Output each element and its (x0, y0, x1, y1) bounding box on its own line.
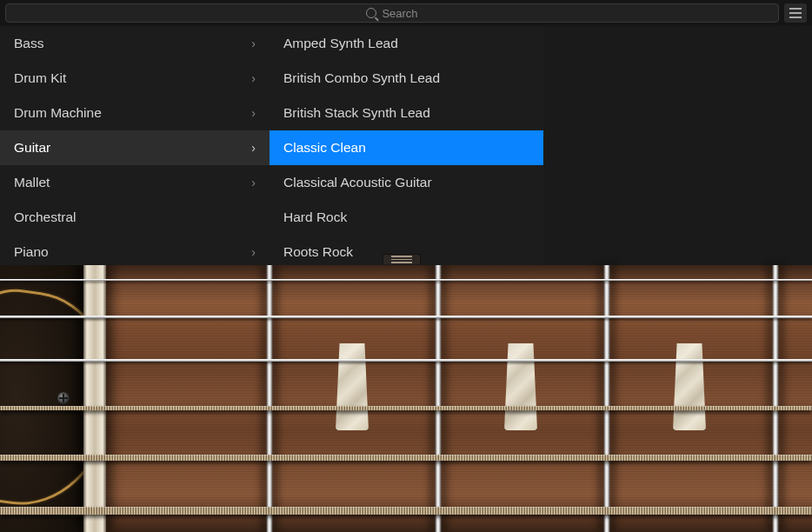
category-item-drum-kit[interactable]: Drum Kit › (0, 61, 270, 96)
fingerboard-wood (106, 265, 812, 532)
preset-label: Classical Acoustic Guitar (283, 175, 432, 190)
string-4-d[interactable] (0, 406, 812, 410)
search-placeholder: Search (382, 7, 417, 20)
fret (266, 265, 273, 532)
search-input[interactable]: Search (5, 3, 779, 23)
preset-item[interactable]: British Combo Synth Lead (270, 61, 543, 96)
fret-marker-7 (673, 343, 706, 430)
preset-item[interactable]: Hard Rock (270, 200, 543, 235)
category-column: Bass › Drum Kit › Drum Machine › Guitar … (0, 26, 270, 265)
chevron-right-icon: › (251, 176, 256, 190)
menu-button[interactable] (784, 3, 807, 23)
string-6-low-e[interactable] (0, 507, 812, 515)
category-item-mallet[interactable]: Mallet › (0, 165, 270, 200)
preset-label: British Combo Synth Lead (283, 70, 440, 86)
fret (603, 265, 610, 532)
category-item-orchestral[interactable]: Orchestral (0, 200, 270, 235)
string-1-high-e[interactable] (0, 279, 812, 281)
guitar-fretboard[interactable] (0, 265, 812, 532)
preset-column: Amped Synth Lead British Combo Synth Lea… (270, 26, 543, 265)
category-label: Drum Kit (14, 70, 66, 86)
preset-label: Roots Rock (283, 244, 353, 260)
category-label: Orchestral (14, 209, 77, 225)
chevron-right-icon: › (251, 106, 256, 120)
preset-item[interactable]: British Stack Synth Lead (270, 96, 543, 130)
preset-label: Amped Synth Lead (283, 36, 398, 51)
string-5-a[interactable] (0, 455, 812, 461)
preset-label: Classic Clean (283, 140, 366, 156)
top-bar: Search (0, 0, 812, 26)
fret (435, 265, 442, 532)
category-item-drum-machine[interactable]: Drum Machine › (0, 96, 270, 130)
category-label: Drum Machine (14, 105, 102, 121)
category-label: Bass (14, 36, 43, 51)
sound-browser: Bass › Drum Kit › Drum Machine › Guitar … (0, 26, 543, 265)
fret-marker-5 (504, 343, 537, 430)
category-item-bass[interactable]: Bass › (0, 26, 270, 61)
string-2-b[interactable] (0, 316, 812, 318)
chevron-right-icon: › (251, 37, 256, 50)
preset-label: Hard Rock (283, 209, 347, 225)
chevron-right-icon: › (251, 71, 256, 85)
string-3-g[interactable] (0, 359, 812, 362)
preset-item-selected[interactable]: Classic Clean (270, 130, 543, 165)
preset-item[interactable]: Classical Acoustic Guitar (270, 165, 543, 200)
fret (772, 265, 779, 532)
search-icon (366, 8, 376, 18)
preset-item[interactable]: Amped Synth Lead (270, 26, 543, 61)
chevron-right-icon: › (251, 141, 256, 155)
category-label: Piano (14, 244, 49, 260)
fret-marker-3 (336, 343, 369, 430)
category-label: Mallet (14, 175, 50, 190)
category-item-piano[interactable]: Piano › (0, 235, 270, 265)
headstock (0, 265, 83, 532)
truss-rod-cover-screw (57, 392, 70, 404)
preset-label: British Stack Synth Lead (283, 105, 430, 121)
category-label: Guitar (14, 140, 50, 156)
category-item-guitar[interactable]: Guitar › (0, 130, 270, 165)
nut (83, 265, 106, 532)
chevron-right-icon: › (251, 245, 256, 259)
panel-resize-handle[interactable] (383, 254, 421, 264)
